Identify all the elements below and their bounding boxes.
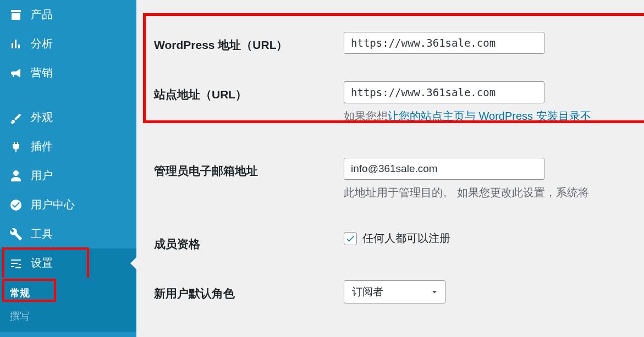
sliders-icon <box>9 256 23 270</box>
sidebar-item-appearance[interactable]: 外观 <box>0 103 136 132</box>
megaphone-icon <box>9 66 23 80</box>
sidebar-item-marketing[interactable]: 营销 <box>0 58 136 87</box>
input-admin-email[interactable] <box>344 158 544 180</box>
settings-submenu: 常规 撰写 <box>0 278 136 332</box>
checkbox-anyone-register[interactable] <box>344 232 357 245</box>
archive-icon <box>9 8 23 22</box>
sidebar-item-label: 工具 <box>31 226 53 241</box>
chevron-down-icon <box>430 287 439 297</box>
sidebar-item-users[interactable]: 用户 <box>0 161 136 190</box>
sidebar-item-label: 产品 <box>31 7 53 22</box>
sidebar-item-label: 分析 <box>31 36 53 51</box>
main-content: WordPress 地址（URL） 站点地址（URL） 如果您想让您的站点主页与… <box>136 0 644 337</box>
label-membership: 成员资格 <box>154 231 344 252</box>
sidebar-item-analytics[interactable]: 分析 <box>0 29 136 58</box>
sidebar-item-label: 外观 <box>31 110 53 125</box>
brush-icon <box>9 111 23 125</box>
sidebar-item-label: 插件 <box>31 139 53 154</box>
admin-email-description: 此地址用于管理目的。 如果您更改此设置，系统将 <box>344 185 644 200</box>
field-admin-email: 管理员电子邮箱地址 此地址用于管理目的。 如果您更改此设置，系统将 <box>154 136 644 212</box>
wrench-icon <box>9 227 23 241</box>
select-default-role[interactable]: 订阅者 <box>344 280 445 303</box>
check-icon <box>345 234 355 244</box>
submenu-general[interactable]: 常规 <box>0 281 136 305</box>
sidebar-item-tools[interactable]: 工具 <box>0 219 136 248</box>
sidebar-item-settings[interactable]: 设置 <box>0 248 136 278</box>
chart-icon <box>9 37 23 51</box>
sidebar-item-label: 用户 <box>31 168 53 183</box>
site-url-help-link[interactable]: 让您的站点主页与 WordPress 安装目录不 <box>388 110 591 122</box>
site-url-description: 如果您想让您的站点主页与 WordPress 安装目录不 <box>344 109 644 124</box>
sidebar-item-label: 用户中心 <box>31 197 75 212</box>
sidebar-item-user-center[interactable]: 用户中心 <box>0 190 136 219</box>
check-circle-icon <box>9 198 23 212</box>
sidebar-item-products[interactable]: 产品 <box>0 0 136 29</box>
checkbox-label: 任何人都可以注册 <box>362 231 450 246</box>
user-icon <box>9 169 23 183</box>
admin-sidebar: 产品 分析 营销 外观 插件 用户 用户中心 <box>0 0 136 337</box>
input-site-url[interactable] <box>344 81 544 103</box>
label-wordpress-url: WordPress 地址（URL） <box>154 32 344 53</box>
plug-icon <box>9 140 23 154</box>
field-site-url: 站点地址（URL） 如果您想让您的站点主页与 WordPress 安装目录不 <box>154 66 644 136</box>
sidebar-item-plugins[interactable]: 插件 <box>0 132 136 161</box>
label-admin-email: 管理员电子邮箱地址 <box>154 158 344 179</box>
field-default-role: 新用户默认角色 订阅者 <box>154 264 644 316</box>
sidebar-item-label: 营销 <box>31 65 53 80</box>
submenu-writing[interactable]: 撰写 <box>0 305 136 328</box>
input-wordpress-url[interactable] <box>344 32 544 54</box>
label-default-role: 新用户默认角色 <box>154 280 344 301</box>
label-site-url: 站点地址（URL） <box>154 81 344 102</box>
sidebar-item-label: 设置 <box>31 256 53 270</box>
field-wordpress-url: WordPress 地址（URL） <box>154 20 644 66</box>
field-membership: 成员资格 任何人都可以注册 <box>154 212 644 264</box>
